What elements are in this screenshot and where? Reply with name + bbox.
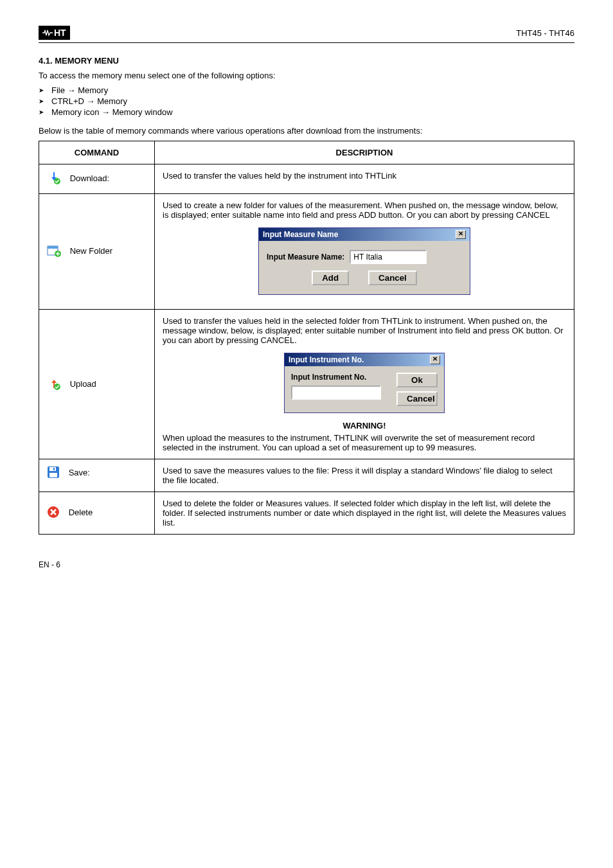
- ok-button[interactable]: Ok: [396, 373, 438, 387]
- new-folder-icon: [47, 244, 61, 259]
- footer-left: EN - 6: [39, 560, 60, 569]
- save-icon: [47, 466, 60, 481]
- list-item: CTRL+D Memory: [39, 96, 574, 106]
- page-header: HT THT45 - THT46: [39, 26, 574, 43]
- cmd-desc: Used to transfer the values held in the …: [163, 316, 566, 345]
- cmd-label: Save:: [69, 468, 90, 477]
- input-measure-name-dialog: Input Measure Name ✕ Input Measure Name:…: [258, 227, 470, 295]
- cmd-label: Upload: [70, 378, 96, 388]
- product-name: THT45 - THT46: [516, 28, 574, 38]
- dialog-title: Input Instrument No.: [289, 355, 364, 364]
- brand-logo: HT: [39, 26, 70, 40]
- cancel-button[interactable]: Cancel: [396, 391, 438, 406]
- col-description: DESCRIPTION: [155, 141, 574, 164]
- dialog-title: Input Measure Name: [263, 230, 338, 239]
- table-row: Upload Used to transfer the values held …: [39, 310, 574, 459]
- cmd-desc: Used to save the measures values to the …: [155, 459, 574, 492]
- close-icon[interactable]: ✕: [456, 230, 466, 239]
- list-item: File Memory: [39, 85, 574, 95]
- bullet-a: File: [51, 85, 78, 95]
- cmd-desc: Used to create a new folder for values o…: [163, 200, 566, 220]
- table-row: Download: Used to transfer the values he…: [39, 164, 574, 194]
- svg-rect-2: [48, 246, 58, 249]
- bullet-a: CTRL+D: [51, 96, 97, 106]
- upload-icon: [47, 376, 61, 393]
- bullet-a: Memory icon: [51, 107, 112, 117]
- close-icon[interactable]: ✕: [430, 355, 440, 364]
- download-icon: [47, 171, 61, 187]
- intro-text: To access the memory menu select one of …: [39, 71, 574, 80]
- dialog-field-label: Input Measure Name:: [267, 252, 344, 261]
- warning-title: WARNING!: [163, 421, 566, 430]
- list-item: Memory icon Memory window: [39, 107, 574, 117]
- cmd-desc: Used to transfer the values held by the …: [155, 164, 574, 194]
- cmd-desc: Used to delete the folder or Measures va…: [155, 492, 574, 535]
- table-row: Save: Used to save the measures values t…: [39, 459, 574, 492]
- intro-bullet-list: File Memory CTRL+D Memory Memory icon Me…: [39, 85, 574, 117]
- col-command: COMMAND: [39, 141, 155, 164]
- bullet-b: Memory: [97, 96, 127, 106]
- svg-rect-7: [53, 468, 55, 470]
- bullet-b: Memory: [78, 85, 108, 95]
- bullet-b: Memory window: [112, 107, 173, 117]
- table-row: New Folder Used to create a new folder f…: [39, 194, 574, 310]
- cmd-label: Delete: [69, 508, 93, 517]
- note-text: Below is the table of memory commands wh…: [39, 126, 574, 136]
- input-instrument-no-dialog: Input Instrument No. ✕ Input Instrument …: [284, 353, 445, 413]
- cmd-label: Download:: [70, 173, 109, 183]
- instrument-no-input[interactable]: [291, 385, 381, 400]
- add-button[interactable]: Add: [312, 270, 349, 285]
- page-footer: EN - 6: [39, 560, 574, 569]
- cancel-button[interactable]: Cancel: [368, 270, 417, 285]
- svg-rect-8: [49, 473, 57, 477]
- table-row: Delete Used to delete the folder or Meas…: [39, 492, 574, 535]
- svg-rect-6: [49, 467, 56, 471]
- section-title: 4.1. MEMORY MENU: [39, 56, 574, 66]
- cmd-label: New Folder: [70, 246, 112, 256]
- measure-name-input[interactable]: [350, 250, 427, 264]
- delete-icon: [47, 506, 60, 520]
- warning-text: When upload the measures to the instrume…: [163, 433, 566, 452]
- command-table: COMMAND DESCRIPTION Download: Used to tr…: [39, 141, 574, 535]
- dialog-field-label: Input Instrument No.: [291, 373, 393, 382]
